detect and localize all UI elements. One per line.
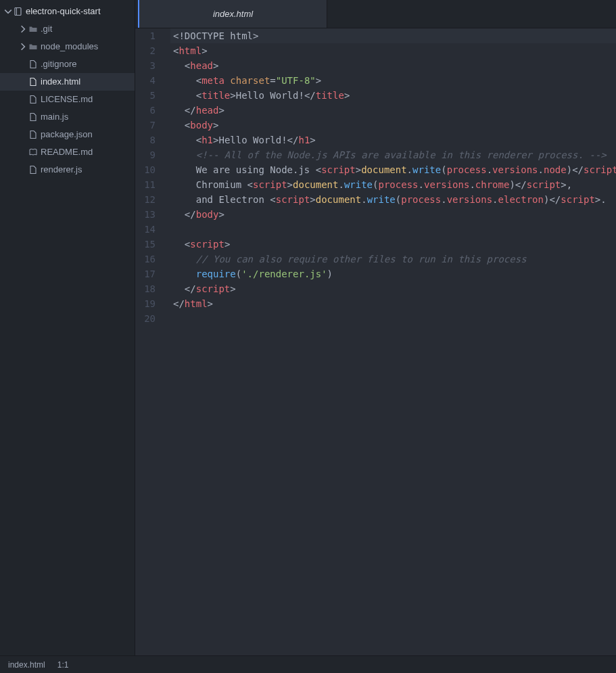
tree-folder-node-modules[interactable]: node_modules: [0, 38, 135, 55]
chevron-down-icon: [4, 7, 12, 16]
code-line[interactable]: [170, 222, 616, 237]
line-number: 11: [135, 177, 165, 192]
folder-icon: [27, 42, 39, 51]
code-line[interactable]: and Electron <script>document.write(proc…: [170, 192, 616, 207]
line-number: 19: [135, 296, 165, 311]
line-number-gutter: 1234567891011121314151617181920: [135, 28, 165, 655]
tree-file-main-js[interactable]: main.js: [0, 108, 135, 126]
tree-item-label: package.json: [39, 126, 93, 143]
tree-folder-git[interactable]: .git: [0, 20, 135, 38]
folder-icon: [27, 24, 39, 34]
file-icon: [27, 60, 39, 69]
line-number: 4: [135, 73, 165, 88]
tree-file-license-md[interactable]: LICENSE.md: [0, 91, 135, 108]
project-name: electron-quick-start: [24, 3, 101, 20]
line-number: 5: [135, 88, 165, 103]
tree-item-label: .gitignore: [39, 55, 76, 73]
code-line[interactable]: </body>: [170, 207, 616, 222]
code-line[interactable]: <html>: [170, 43, 616, 58]
line-number: 14: [135, 222, 165, 237]
code-line[interactable]: </head>: [170, 103, 616, 118]
status-filename[interactable]: index.html: [8, 660, 45, 670]
code-line[interactable]: <h1>Hello World!</h1>: [170, 133, 616, 147]
tree-file-index-html[interactable]: index.html: [0, 73, 135, 91]
line-number: 18: [135, 281, 165, 296]
line-number: 15: [135, 237, 165, 252]
line-number: 20: [135, 311, 165, 326]
line-number: 17: [135, 266, 165, 281]
code-line[interactable]: <script>: [170, 237, 616, 252]
svg-rect-0: [15, 8, 21, 16]
line-number: 9: [135, 147, 165, 162]
code-line[interactable]: [170, 311, 616, 326]
tree-root[interactable]: electron-quick-start: [0, 3, 135, 20]
code-area[interactable]: <!DOCTYPE html><html> <head> <meta chars…: [165, 28, 616, 655]
tree-item-label: LICENSE.md: [39, 91, 93, 108]
line-number: 12: [135, 192, 165, 207]
code-line[interactable]: <head>: [170, 58, 616, 73]
file-icon: [27, 77, 39, 87]
line-number: 1: [135, 28, 165, 43]
line-number: 10: [135, 162, 165, 177]
code-line[interactable]: Chromium <script>document.write(process.…: [170, 177, 616, 192]
tree-file-gitignore[interactable]: .gitignore: [0, 55, 135, 73]
line-number: 13: [135, 207, 165, 222]
code-line[interactable]: <body>: [170, 118, 616, 133]
tree-item-label: index.html: [39, 73, 80, 91]
code-line[interactable]: </script>: [170, 281, 616, 296]
code-line[interactable]: </html>: [170, 296, 616, 311]
tree-item-label: main.js: [39, 108, 68, 126]
book-icon: [27, 147, 39, 157]
tree-file-renderer-js[interactable]: renderer.js: [0, 161, 135, 179]
file-tree-sidebar[interactable]: electron-quick-start .git node_modules: [0, 0, 135, 655]
text-editor[interactable]: 1234567891011121314151617181920 <!DOCTYP…: [135, 28, 616, 655]
file-icon: [27, 165, 39, 175]
editor-pane: index.html 12345678910111213141516171819…: [135, 0, 616, 655]
line-number: 7: [135, 118, 165, 133]
code-line[interactable]: <!-- All of the Node.js APIs are availab…: [170, 147, 616, 162]
file-icon: [27, 95, 39, 104]
tree-file-readme-md[interactable]: README.md: [0, 143, 135, 161]
chevron-right-icon: [19, 25, 27, 33]
status-cursor-position[interactable]: 1:1: [57, 660, 69, 670]
line-number: 3: [135, 58, 165, 73]
file-icon: [27, 112, 39, 122]
tree-item-label: renderer.js: [39, 161, 82, 179]
code-line[interactable]: <title>Hello World!</title>: [170, 88, 616, 103]
status-bar: index.html 1:1: [0, 655, 616, 673]
repo-icon: [12, 7, 24, 16]
code-line[interactable]: require('./renderer.js'): [170, 266, 616, 281]
code-line[interactable]: We are using Node.js <script>document.wr…: [170, 162, 616, 177]
chevron-right-icon: [19, 43, 27, 51]
file-icon: [27, 130, 39, 139]
tab-title: index.html: [213, 9, 253, 19]
tree-file-package-json[interactable]: package.json: [0, 126, 135, 143]
code-line[interactable]: <!DOCTYPE html>: [170, 28, 616, 43]
line-number: 6: [135, 103, 165, 118]
workspace: electron-quick-start .git node_modules: [0, 0, 616, 655]
line-number: 8: [135, 133, 165, 147]
code-line[interactable]: <meta charset="UTF-8">: [170, 73, 616, 88]
tree-item-label: node_modules: [39, 38, 98, 55]
code-line[interactable]: // You can also require other files to r…: [170, 252, 616, 266]
line-number: 2: [135, 43, 165, 58]
tree-item-label: .git: [39, 20, 52, 38]
line-number: 16: [135, 252, 165, 266]
tab-index-html[interactable]: index.html: [138, 0, 327, 28]
tab-bar[interactable]: index.html: [135, 0, 616, 28]
tree-item-label: README.md: [39, 143, 93, 161]
